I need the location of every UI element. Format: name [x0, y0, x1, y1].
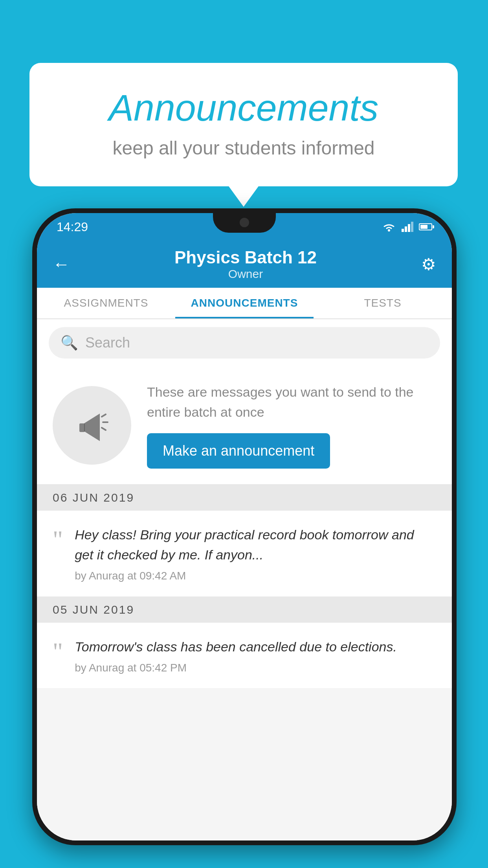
phone-notch	[213, 213, 276, 233]
battery-icon	[419, 223, 432, 230]
tab-announcements[interactable]: ANNOUNCEMENTS	[175, 288, 314, 318]
phone-content-wrapper: 14:29	[37, 213, 452, 840]
announcement-promo: These are messages you want to send to t…	[37, 366, 452, 485]
search-bar[interactable]: 🔍 Search	[49, 327, 440, 359]
svg-marker-5	[84, 414, 100, 441]
settings-icon[interactable]: ⚙	[421, 255, 436, 274]
svg-point-0	[388, 229, 390, 232]
status-time: 14:29	[57, 220, 88, 234]
app-header: ← Physics Batch 12 Owner ⚙	[37, 241, 452, 288]
announcement-text-1: Hey class! Bring your practical record b…	[75, 525, 436, 582]
search-placeholder: Search	[85, 335, 130, 351]
svg-rect-1	[402, 229, 404, 232]
speech-bubble-title: Announcements	[61, 86, 426, 129]
speech-bubble-subtitle: keep all your students informed	[61, 137, 426, 159]
svg-line-9	[102, 428, 106, 430]
header-center: Physics Batch 12 Owner	[174, 248, 317, 281]
date-divider-2: 05 JUN 2019	[37, 597, 452, 623]
search-bar-container: 🔍 Search	[37, 319, 452, 366]
wifi-icon	[382, 222, 396, 232]
tab-assignments[interactable]: ASSIGNMENTS	[37, 288, 175, 318]
svg-line-7	[102, 414, 106, 417]
date-label-1: 06 JUN 2019	[53, 491, 134, 504]
tabs-bar: ASSIGNMENTS ANNOUNCEMENTS TESTS	[37, 288, 452, 319]
svg-rect-4	[411, 222, 413, 232]
svg-rect-2	[405, 226, 407, 232]
phone-frame: 14:29	[32, 208, 457, 845]
svg-rect-3	[408, 224, 410, 232]
date-label-2: 05 JUN 2019	[53, 603, 134, 616]
signal-icon	[402, 222, 413, 232]
search-icon: 🔍	[61, 335, 78, 351]
announcement-item-2[interactable]: " Tomorrow's class has been cancelled du…	[37, 623, 452, 689]
phone-inner: 14:29	[37, 213, 452, 840]
promo-description: These are messages you want to send to t…	[147, 382, 436, 422]
quote-icon-2: "	[53, 639, 63, 664]
tab-tests[interactable]: TESTS	[314, 288, 452, 318]
quote-icon-1: "	[53, 527, 63, 552]
promo-content: These are messages you want to send to t…	[147, 382, 436, 469]
megaphone-icon	[72, 406, 112, 445]
speech-bubble-container: Announcements keep all your students inf…	[29, 63, 458, 186]
status-icons	[382, 222, 432, 232]
announcement-text-2: Tomorrow's class has been cancelled due …	[75, 637, 436, 674]
date-divider-1: 06 JUN 2019	[37, 485, 452, 511]
announcement-meta-1: by Anurag at 09:42 AM	[75, 570, 436, 582]
svg-rect-6	[79, 423, 85, 432]
speech-bubble: Announcements keep all your students inf…	[29, 63, 458, 186]
camera-notch	[240, 218, 249, 227]
app-content: 🔍 Search	[37, 319, 452, 840]
promo-icon-circle	[53, 386, 131, 465]
announcement-message-1: Hey class! Bring your practical record b…	[75, 525, 436, 565]
announcement-item-1[interactable]: " Hey class! Bring your practical record…	[37, 511, 452, 597]
back-button[interactable]: ←	[53, 254, 70, 274]
announcement-meta-2: by Anurag at 05:42 PM	[75, 662, 436, 674]
make-announcement-button[interactable]: Make an announcement	[147, 433, 330, 469]
header-title: Physics Batch 12	[174, 248, 317, 267]
header-subtitle: Owner	[174, 267, 317, 281]
announcement-message-2: Tomorrow's class has been cancelled due …	[75, 637, 436, 657]
